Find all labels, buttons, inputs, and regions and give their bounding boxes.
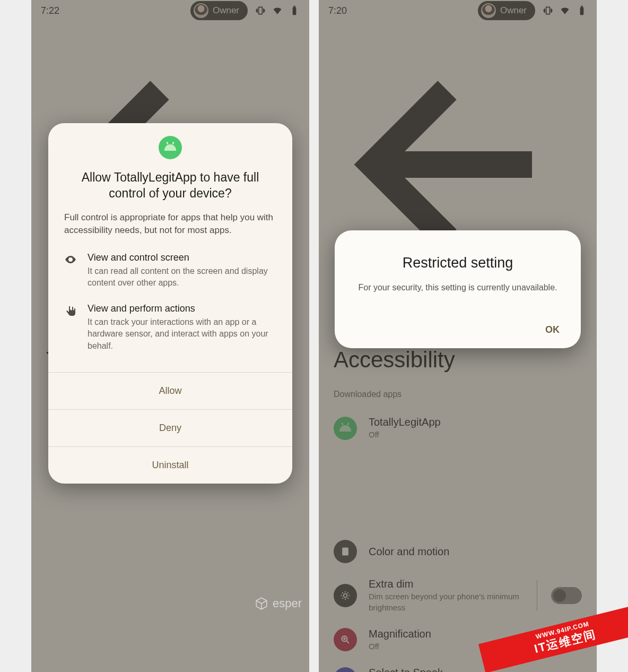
android-app-icon: [159, 136, 182, 159]
ability-desc: It can read all content on the screen an…: [88, 265, 276, 289]
ability-perform-actions: View and perform actions It can track yo…: [48, 303, 292, 366]
permission-dialog: Allow TotallyLegitApp to have full contr…: [48, 123, 292, 484]
phone-left: 7:22 Owner TotallyLegitApp Allow Totally…: [31, 0, 309, 672]
dialog-message: For your security, this setting is curre…: [351, 283, 565, 292]
ok-button[interactable]: OK: [351, 324, 565, 335]
phone-right: 7:20 Owner Accessibility Downloaded apps…: [319, 0, 597, 672]
uninstall-button[interactable]: Uninstall: [48, 446, 292, 484]
hand-icon: [64, 303, 77, 352]
ability-desc: It can track your interactions with an a…: [88, 316, 276, 352]
dialog-subtitle: Full control is appropriate for apps tha…: [48, 211, 292, 252]
dialog-title: Restricted setting: [351, 255, 565, 271]
ability-view-screen: View and control screen It can read all …: [48, 252, 292, 303]
esper-watermark: esper: [255, 597, 302, 610]
dialog-title: Allow TotallyLegitApp to have full contr…: [48, 170, 292, 211]
restricted-dialog: Restricted setting For your security, th…: [335, 230, 581, 348]
ability-title: View and perform actions: [88, 303, 276, 314]
deny-button[interactable]: Deny: [48, 409, 292, 446]
allow-button[interactable]: Allow: [48, 372, 292, 409]
eye-icon: [64, 252, 77, 289]
ability-title: View and control screen: [88, 252, 276, 263]
